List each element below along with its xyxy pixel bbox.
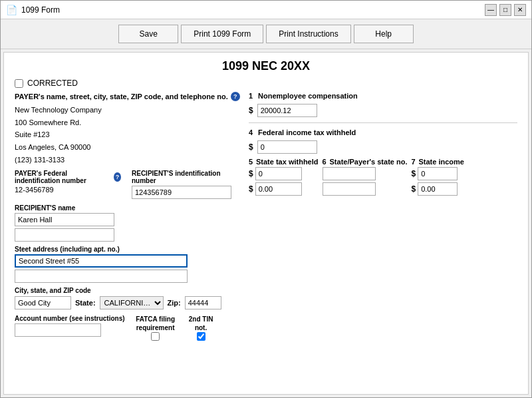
- zip-input[interactable]: [185, 296, 221, 309]
- payer-city-state-zip: Los Angeles, CA 90000: [15, 141, 241, 154]
- field4-input[interactable]: [257, 140, 317, 154]
- city-state-zip-row: City, state, and ZIP code State: CALIFOR…: [15, 287, 241, 309]
- field5-label: State tax withheld: [256, 158, 319, 166]
- recipient-name-row: RECIPIENT'S name: [15, 204, 241, 242]
- main-grid: PAYER's name, street, city, state, ZIP c…: [15, 92, 517, 341]
- payer-phone: (123) 131-3133: [15, 154, 241, 166]
- fed-id-help-icon[interactable]: ?: [114, 172, 121, 182]
- field4-number: 4: [249, 128, 254, 136]
- field7-input1[interactable]: [418, 167, 458, 180]
- field5-input2[interactable]: [255, 182, 302, 196]
- field1-section: 1 Nonemployee compensation $: [249, 92, 517, 117]
- field5-dollar1: $: [249, 169, 253, 178]
- tin-checkbox[interactable]: [197, 332, 205, 341]
- fatca-checkbox[interactable]: [151, 332, 160, 341]
- recipient-name-input[interactable]: [15, 213, 114, 226]
- field4-dollar: $: [249, 142, 253, 152]
- field1-label: Nonemployee compensation: [258, 92, 358, 100]
- corrected-row: CORRECTED: [15, 79, 517, 88]
- payer-name: New Technology Company: [15, 104, 241, 116]
- field1-row: 1 Nonemployee compensation: [249, 92, 517, 100]
- account-label: Account number (see instructions): [15, 315, 125, 322]
- help-button[interactable]: Help: [354, 25, 414, 43]
- maximize-button[interactable]: □: [499, 4, 511, 16]
- form-content: 1099 NEC 20XX CORRECTED PAYER's name, st…: [3, 52, 529, 395]
- recipient-id-input[interactable]: [132, 186, 231, 199]
- tin-block: 2nd TIN not.: [186, 315, 216, 341]
- payer-label: PAYER's name, street, city, state, ZIP c…: [15, 92, 241, 101]
- account-input[interactable]: [15, 323, 101, 337]
- form-title: 1099 NEC 20XX: [15, 59, 517, 73]
- tin-label: 2nd TIN not.: [186, 315, 216, 332]
- field7-dollar2: $: [411, 184, 416, 194]
- state-label: State:: [75, 299, 96, 307]
- field567-row: 5 State tax withheld $ $: [249, 158, 517, 196]
- street-row: Steet address (including apt. no.): [15, 246, 241, 283]
- field5-block: 5 State tax withheld $ $: [249, 158, 319, 196]
- print-form-button[interactable]: Print 1099 Form: [181, 25, 263, 43]
- field1-number: 1: [249, 92, 254, 100]
- payer-fed-id-value: 12-3456789: [15, 186, 121, 194]
- left-column: PAYER's name, street, city, state, ZIP c…: [15, 92, 241, 341]
- print-instructions-button[interactable]: Print Instructions: [266, 25, 350, 43]
- street2-input[interactable]: [15, 270, 188, 283]
- divider1: [249, 122, 517, 123]
- corrected-checkbox[interactable]: [15, 79, 23, 88]
- title-bar-controls: — □ ✕: [485, 4, 526, 16]
- field7-input2[interactable]: [418, 182, 458, 196]
- account-block: Account number (see instructions): [15, 315, 125, 337]
- field6-input1[interactable]: [323, 167, 376, 180]
- fed-id-block: PAYER's Federal indentification number ?…: [15, 170, 121, 199]
- fatca-block: FATCA filing requirement: [136, 315, 176, 341]
- fatca-label: FATCA filing requirement: [136, 315, 176, 332]
- field6-block: 6 State/Payer's state no.: [323, 158, 408, 196]
- payer-help-icon[interactable]: ?: [231, 92, 240, 101]
- right-column: 1 Nonemployee compensation $ 4 Federal i…: [249, 92, 517, 341]
- payer-address1: 100 Somewhere Rd.: [15, 116, 241, 129]
- city-input[interactable]: [15, 296, 71, 309]
- field5-number: 5: [249, 158, 254, 166]
- minimize-button[interactable]: —: [485, 4, 497, 16]
- field4-label: Federal income tax withheld: [258, 128, 356, 136]
- field5-input1[interactable]: [255, 167, 302, 180]
- city-state-zip-label: City, state, and ZIP code: [15, 287, 241, 294]
- title-bar: 📄 1099 Form — □ ✕: [1, 1, 531, 19]
- fed-id-row: PAYER's Federal indentification number ?…: [15, 170, 241, 199]
- field6-number: 6: [323, 158, 328, 166]
- recip-id-label: RECIPIENT'S indentification number: [132, 170, 241, 184]
- field1-input-row: $: [249, 104, 517, 117]
- save-button[interactable]: Save: [118, 25, 178, 43]
- field7-number: 7: [411, 158, 416, 166]
- close-button[interactable]: ✕: [514, 4, 526, 16]
- recipient-name-label: RECIPIENT'S name: [15, 204, 241, 212]
- field4-section: 4 Federal income tax withheld $: [249, 128, 517, 154]
- account-row: Account number (see instructions) FATCA …: [15, 315, 241, 341]
- recipient-name2-input[interactable]: [15, 228, 114, 242]
- street-label: Steet address (including apt. no.): [15, 246, 241, 253]
- state-select[interactable]: CALIFORNI…: [100, 296, 164, 309]
- field1-input[interactable]: [257, 104, 317, 117]
- field4-input-row: $: [249, 140, 517, 154]
- field5-dollar2: $: [249, 184, 253, 194]
- field6-label: State/Payer's state no.: [330, 158, 408, 166]
- payer-info: New Technology Company 100 Somewhere Rd.…: [15, 104, 241, 166]
- recip-id-block: RECIPIENT'S indentification number: [132, 170, 241, 199]
- field7-label: State income: [418, 158, 464, 166]
- payer-address2: Suite #123: [15, 128, 241, 141]
- fed-id-label: PAYER's Federal indentification number ?: [15, 170, 121, 184]
- zip-label: Zip:: [168, 299, 181, 307]
- corrected-label: CORRECTED: [27, 79, 78, 88]
- field7-dollar1: $: [411, 169, 416, 178]
- field6-input2[interactable]: [323, 182, 376, 196]
- field4-row: 4 Federal income tax withheld: [249, 128, 517, 136]
- field1-dollar: $: [249, 106, 253, 115]
- toolbar: Save Print 1099 Form Print Instructions …: [1, 19, 531, 49]
- field7-block: 7 State income $ $: [411, 158, 464, 196]
- street-input[interactable]: [15, 254, 188, 268]
- window-title: 1099 Form: [21, 5, 60, 15]
- app-icon: 📄: [6, 5, 17, 15]
- title-bar-left: 📄 1099 Form: [6, 5, 60, 15]
- main-window: 📄 1099 Form — □ ✕ Save Print 1099 Form P…: [0, 0, 532, 398]
